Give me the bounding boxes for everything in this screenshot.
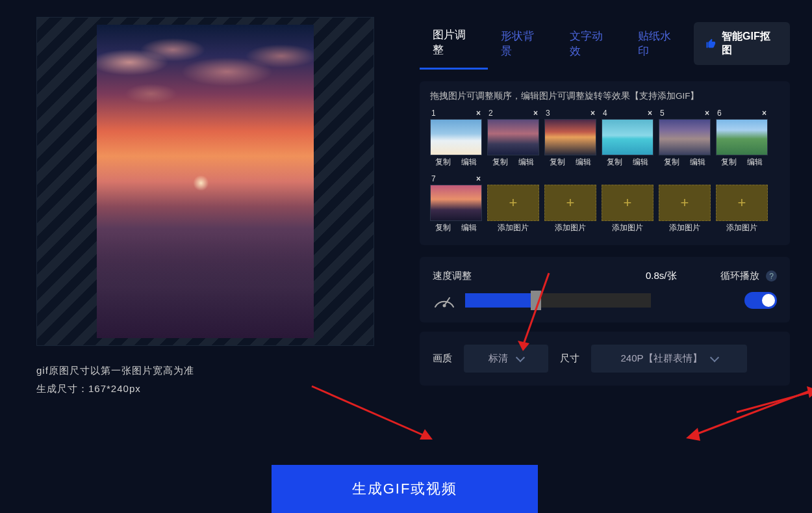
- frame-thumbnail[interactable]: [659, 119, 711, 155]
- chevron-down-icon: [709, 352, 718, 362]
- frame-close-icon[interactable]: ×: [590, 109, 595, 118]
- help-icon[interactable]: ?: [766, 270, 777, 282]
- frame-cell[interactable]: 2× 复制编辑: [487, 109, 539, 168]
- plus-icon: +: [681, 194, 689, 211]
- tab-sticker-watermark[interactable]: 贴纸水印: [625, 18, 693, 69]
- gauge-icon: [433, 291, 456, 309]
- frame-index: 1: [431, 109, 436, 118]
- tab-text-effect[interactable]: 文字动效: [557, 18, 625, 69]
- add-image-label: 添加图片: [544, 222, 596, 233]
- speed-label: 速度调整: [433, 270, 634, 282]
- tabs-bar: 图片调整 形状背景 文字动效 贴纸水印 智能GIF抠图: [420, 17, 790, 70]
- add-image-button[interactable]: +: [659, 185, 711, 221]
- frame-copy-button[interactable]: 复制: [544, 157, 570, 168]
- frame-cell[interactable]: 6× 复制编辑: [716, 109, 768, 168]
- output-size: 生成尺寸：167*240px: [36, 380, 379, 398]
- add-image-button[interactable]: +: [487, 185, 539, 221]
- frame-edit-button[interactable]: 编辑: [456, 222, 482, 233]
- frame-close-icon[interactable]: ×: [648, 109, 652, 118]
- frame-cell[interactable]: 5× 复制编辑: [659, 109, 711, 168]
- frame-close-icon[interactable]: ×: [762, 109, 767, 118]
- chevron-down-icon: [516, 352, 525, 362]
- svg-point-1: [443, 304, 446, 308]
- size-label: 尺寸: [560, 352, 579, 365]
- frame-index: 6: [717, 109, 722, 118]
- dimensions-note: gif原图尺寸以第一张图片宽高为准: [36, 362, 379, 380]
- frame-index: 4: [603, 109, 607, 118]
- tab-shape-bg[interactable]: 形状背景: [488, 18, 556, 69]
- size-select[interactable]: 240P【社群表情】: [591, 345, 747, 373]
- frame-edit-button[interactable]: 编辑: [456, 157, 482, 168]
- speed-section: 速度调整 0.8s/张 循环播放 ?: [420, 257, 790, 322]
- frame-cell[interactable]: 7× 复制编辑: [430, 174, 482, 233]
- frame-close-icon[interactable]: ×: [476, 174, 481, 183]
- frame-thumbnail[interactable]: [430, 119, 482, 155]
- add-image-button[interactable]: +: [602, 185, 653, 221]
- frames-hint: 拖拽图片可调整顺序，编辑图片可调整旋转等效果【支持添加GIF】: [430, 90, 780, 102]
- quality-value: 标清: [488, 352, 508, 365]
- smart-gif-label: 智能GIF抠图: [722, 30, 778, 57]
- frame-copy-button[interactable]: 复制: [716, 157, 742, 168]
- frame-thumbnail[interactable]: [544, 119, 596, 155]
- add-image-label: 添加图片: [487, 222, 539, 233]
- generate-label: 生成GIF或视频: [352, 479, 458, 499]
- smart-gif-cutout-button[interactable]: 智能GIF抠图: [694, 22, 790, 65]
- preview-image[interactable]: [97, 25, 314, 338]
- frame-thumbnail[interactable]: [487, 119, 539, 155]
- frame-thumbnail[interactable]: [716, 119, 768, 155]
- tab-image-adjust[interactable]: 图片调整: [420, 17, 488, 70]
- frame-thumbnail[interactable]: [430, 185, 482, 221]
- frame-edit-button[interactable]: 编辑: [513, 157, 539, 168]
- speed-value: 0.8s/张: [646, 270, 677, 282]
- add-image-label: 添加图片: [659, 222, 711, 233]
- quality-select[interactable]: 标清: [464, 345, 548, 373]
- preview-frame: [36, 17, 374, 346]
- output-section: 画质 标清 尺寸 240P【社群表情】: [420, 332, 790, 386]
- speed-slider[interactable]: [465, 293, 651, 308]
- frame-copy-button[interactable]: 复制: [430, 157, 456, 168]
- plus-icon: +: [509, 194, 518, 211]
- add-image-label: 添加图片: [602, 222, 653, 233]
- frame-close-icon[interactable]: ×: [533, 109, 538, 118]
- plus-icon: +: [738, 194, 746, 211]
- frame-cell[interactable]: 3× 复制编辑: [544, 109, 596, 168]
- frame-close-icon[interactable]: ×: [705, 109, 709, 118]
- frame-copy-button[interactable]: 复制: [659, 157, 685, 168]
- loop-label: 循环播放: [720, 270, 759, 282]
- thumbs-up-icon: [705, 38, 717, 49]
- frame-index: 2: [488, 109, 493, 118]
- frames-section: 拖拽图片可调整顺序，编辑图片可调整旋转等效果【支持添加GIF】 1× 复制编辑 …: [420, 81, 790, 245]
- frame-copy-button[interactable]: 复制: [430, 222, 456, 233]
- add-image-button[interactable]: +: [716, 185, 768, 221]
- frame-copy-button[interactable]: 复制: [487, 157, 513, 168]
- slider-thumb[interactable]: [531, 291, 541, 310]
- add-image-label: 添加图片: [716, 222, 768, 233]
- frame-edit-button[interactable]: 编辑: [570, 157, 596, 168]
- generate-button[interactable]: 生成GIF或视频: [272, 465, 538, 513]
- frame-index: 3: [546, 109, 550, 118]
- frame-edit-button[interactable]: 编辑: [685, 157, 711, 168]
- add-image-button[interactable]: +: [544, 185, 596, 221]
- loop-toggle[interactable]: [744, 292, 777, 309]
- frame-thumbnail[interactable]: [602, 119, 653, 155]
- frame-edit-button[interactable]: 编辑: [742, 157, 768, 168]
- frame-edit-button[interactable]: 编辑: [628, 157, 653, 168]
- frame-cell[interactable]: 1× 复制编辑: [430, 109, 482, 168]
- plus-icon: +: [566, 194, 575, 211]
- quality-label: 画质: [433, 352, 452, 365]
- plus-icon: +: [624, 194, 632, 211]
- size-value: 240P【社群表情】: [620, 352, 702, 365]
- frame-close-icon[interactable]: ×: [476, 109, 481, 118]
- frame-cell[interactable]: 4× 复制编辑: [602, 109, 653, 168]
- frame-index: 7: [431, 174, 436, 183]
- frame-index: 5: [660, 109, 665, 118]
- frame-copy-button[interactable]: 复制: [602, 157, 628, 168]
